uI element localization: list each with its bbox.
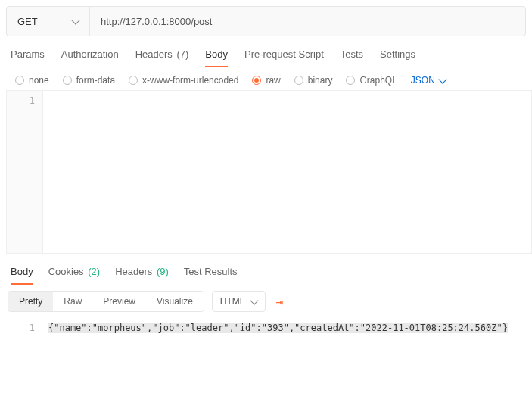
tab-settings[interactable]: Settings: [380, 45, 415, 67]
view-pretty[interactable]: Pretty: [8, 292, 53, 311]
tab-prerequest[interactable]: Pre-request Script: [244, 45, 324, 67]
chevron-down-icon: [71, 16, 79, 24]
radio-icon: [252, 76, 261, 85]
cookies-count: (2): [88, 266, 100, 277]
url-input[interactable]: http://127.0.0.1:8000/post: [90, 7, 525, 36]
view-preview[interactable]: Preview: [92, 292, 146, 311]
resp-headers-count: (9): [157, 266, 169, 277]
editor-code[interactable]: {"name":"morpheus","job":"leader","id":"…: [42, 318, 532, 338]
body-language-select[interactable]: JSON: [411, 75, 446, 86]
wrap-lines-icon[interactable]: ⇥: [273, 293, 287, 310]
resp-tab-test-results[interactable]: Test Results: [184, 263, 238, 285]
resp-tab-body[interactable]: Body: [11, 263, 33, 285]
resp-tab-cookies[interactable]: Cookies (2): [48, 263, 100, 285]
resp-tab-headers[interactable]: Headers (9): [115, 263, 169, 285]
url-value: http://127.0.0.1:8000/post: [101, 16, 212, 27]
headers-count: (7): [176, 48, 188, 60]
tab-authorization[interactable]: Authorization: [61, 45, 119, 67]
tab-params[interactable]: Params: [11, 45, 45, 67]
request-bar: GET http://127.0.0.1:8000/post: [6, 6, 526, 36]
radio-none[interactable]: none: [15, 75, 49, 86]
tab-body[interactable]: Body: [205, 45, 228, 67]
request-tabs: Params Authorization Headers (7) Body Pr…: [0, 42, 532, 67]
method-select[interactable]: GET: [7, 7, 90, 36]
radio-icon: [294, 76, 303, 85]
radio-urlencoded[interactable]: x-www-form-urlencoded: [129, 75, 238, 86]
response-body-editor[interactable]: 1 {"name":"morpheus","job":"leader","id"…: [6, 318, 532, 338]
chevron-down-icon: [250, 296, 258, 304]
view-mode-group: Pretty Raw Preview Visualize: [8, 291, 204, 312]
tab-headers[interactable]: Headers (7): [135, 45, 189, 67]
radio-form-data[interactable]: form-data: [63, 75, 115, 86]
radio-graphql[interactable]: GraphQL: [346, 75, 397, 86]
radio-binary[interactable]: binary: [294, 75, 333, 86]
response-language-select[interactable]: HTML: [212, 291, 266, 312]
response-tabs: Body Cookies (2) Headers (9) Test Result…: [0, 254, 532, 285]
response-view-bar: Pretty Raw Preview Visualize HTML ⇥: [0, 285, 532, 318]
radio-raw[interactable]: raw: [252, 75, 280, 86]
radio-icon: [346, 76, 355, 85]
view-visualize[interactable]: Visualize: [146, 292, 204, 311]
method-value: GET: [17, 16, 38, 27]
editor-gutter: 1: [6, 318, 42, 338]
tab-tests[interactable]: Tests: [341, 45, 363, 67]
line-number: 1: [9, 321, 35, 335]
radio-icon: [15, 76, 24, 85]
editor-gutter: 1: [7, 91, 43, 253]
radio-icon: [129, 76, 138, 85]
editor-code[interactable]: [43, 91, 531, 253]
body-type-options: none form-data x-www-form-urlencoded raw…: [0, 67, 532, 90]
view-raw[interactable]: Raw: [53, 292, 92, 311]
chevron-down-icon: [438, 75, 446, 83]
line-number: 1: [10, 94, 35, 108]
radio-icon: [63, 76, 72, 85]
code-line: {"name":"morpheus","job":"leader","id":"…: [48, 323, 508, 333]
request-body-editor[interactable]: 1: [6, 90, 532, 254]
